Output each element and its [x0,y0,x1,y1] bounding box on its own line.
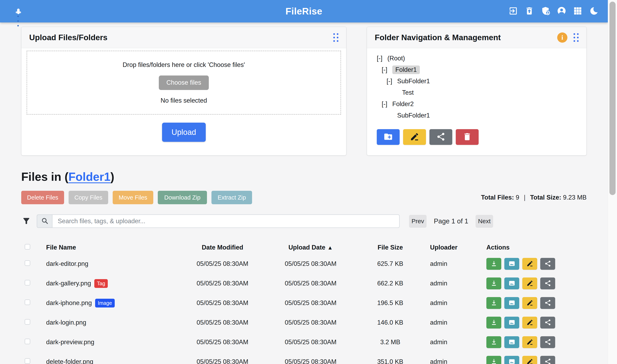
download-file-button[interactable] [486,258,501,270]
file-name[interactable]: dark-iphone.png [46,299,92,307]
rename-file-button[interactable] [522,297,537,309]
row-checkbox[interactable] [25,339,30,344]
row-checkbox[interactable] [25,280,30,286]
row-checkbox[interactable] [25,358,30,364]
folder-help-button[interactable]: i [557,32,567,43]
col-uploader[interactable]: Uploader [428,244,484,251]
create-folder-button[interactable] [377,129,400,145]
page-scrollbar[interactable] [608,0,617,364]
share-icon [544,280,551,287]
row-checkbox[interactable] [25,299,30,305]
file-dropzone[interactable]: Drop files/folders here or click 'Choose… [26,51,341,115]
tree-label-selected[interactable]: Folder1 [392,65,420,74]
download-file-button[interactable] [486,356,501,364]
preview-image-button[interactable] [504,317,519,328]
uploader: admin [428,338,484,346]
share-file-button[interactable] [540,277,555,289]
share-file-button[interactable] [540,258,555,270]
current-folder-link[interactable]: Folder1 [68,170,110,183]
tree-toggle[interactable]: [-] [387,78,397,85]
dark-mode-toggle[interactable] [589,6,599,16]
extract-zip-button[interactable]: Extract Zip [211,191,252,204]
tree-label[interactable]: Folder2 [392,100,414,108]
download-file-button[interactable] [486,336,501,348]
tree-toggle[interactable]: [-] [377,55,387,62]
tree-item-test[interactable]: Test [377,87,586,98]
main-content: Upload Files/Folders Drop files/folders … [0,23,608,364]
download-file-button[interactable] [486,297,501,309]
download-icon [490,319,497,326]
tree-toggle[interactable]: [-] [382,66,392,73]
image-icon [508,358,515,364]
restore-trash-button[interactable] [524,6,534,16]
delete-folder-button[interactable] [456,129,479,145]
preview-image-button[interactable] [504,277,519,289]
choose-files-button[interactable]: Choose files [159,76,209,90]
file-name[interactable]: dark-editor.png [46,260,88,268]
download-file-button[interactable] [486,317,501,328]
move-files-button[interactable]: Move Files [113,191,153,204]
col-file-name[interactable]: File Name [46,244,176,251]
tree-label[interactable]: SubFolder1 [397,78,430,85]
logout-button[interactable] [508,6,518,16]
edit-pencil-icon [526,319,533,326]
scrollbar-thumb[interactable] [609,2,616,195]
delete-files-button[interactable]: Delete Files [21,191,64,204]
dropzone-instructions: Drop files/folders here or click 'Choose… [123,61,245,68]
filter-button[interactable] [21,216,31,227]
tree-toggle[interactable]: [-] [382,100,392,108]
apps-grid-button[interactable] [573,6,583,16]
totals-summary: Total Files: 9 | Total Size: 9.23 MB [481,194,587,201]
tree-label[interactable]: (Root) [387,55,405,62]
tree-label[interactable]: Test [402,89,414,96]
preview-image-button[interactable] [504,297,519,309]
folder-navigation-card: Folder Navigation & Management i [-] (Ro… [367,27,587,156]
preview-image-button[interactable] [504,356,519,364]
table-body: dark-editor.png 05/05/25 08:30AM 05/05/2… [21,254,587,364]
tree-item-subfolder1[interactable]: [-] SubFolder1 [377,76,586,87]
share-folder-button[interactable] [429,129,452,145]
row-checkbox[interactable] [25,319,30,325]
file-name[interactable]: delete-folder.png [46,358,93,364]
rename-folder-button[interactable] [403,129,426,145]
app-logo-menu-button[interactable] [9,2,28,20]
col-upload-date[interactable]: Upload Date▲ [269,244,353,251]
rename-file-button[interactable] [522,336,537,348]
file-name[interactable]: dark-login.png [46,319,86,326]
tree-item-root[interactable]: [-] (Root) [377,53,586,64]
col-file-size[interactable]: File Size [353,244,428,251]
download-file-button[interactable] [486,277,501,289]
tree-label[interactable]: SubFolder1 [397,112,430,119]
file-size: 662.2 KB [353,280,428,287]
tree-item-folder1[interactable]: [-] Folder1 [377,64,586,76]
tree-item-folder2[interactable]: [-] Folder2 [377,98,586,110]
share-file-button[interactable] [540,356,555,364]
image-badge[interactable]: Image [95,299,115,308]
admin-panel-button[interactable] [540,6,551,16]
share-file-button[interactable] [540,336,555,348]
file-name[interactable]: dark-preview.png [46,338,94,346]
rename-file-button[interactable] [522,258,537,270]
user-profile-button[interactable] [556,6,567,16]
preview-image-button[interactable] [504,258,519,270]
prev-page-button[interactable]: Prev [409,215,427,228]
rename-file-button[interactable] [522,317,537,328]
file-name[interactable]: dark-gallery.png [46,280,91,287]
col-date-modified[interactable]: Date Modified [176,244,269,251]
tag-badge[interactable]: Tag [94,279,108,288]
download-zip-button[interactable]: Download Zip [158,191,207,204]
next-page-button[interactable]: Next [475,215,493,228]
drag-handle-icon[interactable] [333,33,338,42]
tree-item-subfolder1-2[interactable]: SubFolder1 [377,110,586,121]
drag-handle-icon[interactable] [574,33,579,42]
rename-file-button[interactable] [522,356,537,364]
share-file-button[interactable] [540,317,555,328]
search-input[interactable] [52,214,400,228]
upload-button[interactable]: Upload [162,123,206,142]
row-checkbox[interactable] [25,260,30,266]
copy-files-button[interactable]: Copy Files [69,191,108,204]
share-file-button[interactable] [540,297,555,309]
preview-image-button[interactable] [504,336,519,348]
rename-file-button[interactable] [522,277,537,289]
select-all-checkbox[interactable] [25,244,30,249]
